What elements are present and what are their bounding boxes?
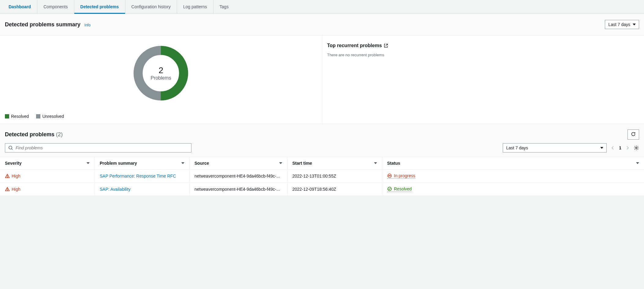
table-row: High SAP: Availability netweavercomponen… (0, 183, 644, 196)
filter-icon[interactable] (181, 162, 184, 164)
legend-resolved: Resolved (5, 114, 29, 119)
table-header: Severity Problem summary Source Start ti… (0, 157, 644, 170)
table-row: High SAP Performance: Response Time RFC … (0, 170, 644, 183)
time-range-label: Last 7 days (608, 22, 630, 27)
legend-swatch-unresolved (36, 114, 40, 118)
tab-tags[interactable]: Tags (213, 0, 235, 13)
col-header-summary[interactable]: Problem summary (95, 157, 190, 169)
col-header-status[interactable]: Status (382, 157, 644, 169)
cell-start: 2022-12-09T18:56:40Z (287, 183, 382, 195)
svg-point-6 (389, 175, 389, 176)
chart-legend: Resolved Unresolved (5, 114, 317, 119)
filter-icon[interactable] (636, 162, 639, 164)
severity-badge: High (5, 174, 20, 178)
cell-start: 2022-12-13T01:00:55Z (287, 170, 382, 182)
chevron-down-icon (600, 147, 603, 149)
legend-resolved-label: Resolved (11, 114, 29, 119)
legend-unresolved: Unresolved (36, 114, 64, 119)
cell-summary: SAP Performance: Response Time RFC (95, 170, 190, 182)
problem-summary-link[interactable]: SAP Performance: Response Time RFC (100, 174, 176, 178)
donut-center: 2 Problems (132, 45, 189, 102)
tab-log-patterns[interactable]: Log patterns (177, 0, 213, 13)
donut-label: Problems (150, 75, 171, 81)
svg-point-8 (390, 175, 391, 176)
prev-page-icon[interactable] (610, 145, 615, 150)
problem-summary-link[interactable]: SAP: Availability (100, 187, 131, 192)
svg-point-9 (7, 190, 7, 190)
page-number: 1 (619, 145, 621, 150)
col-header-severity-text: Severity (5, 161, 21, 166)
donut-pane: 2 Problems Resolved Unresolved (0, 36, 322, 124)
filter-icon[interactable] (374, 162, 377, 164)
pager: 1 (610, 145, 630, 150)
cell-source: netweavercomponent-HE4-9da46bcb-f49c-... (190, 183, 287, 195)
status-badge: Resolved (387, 186, 412, 192)
top-recurrent-empty: There are no recurrent problems (327, 53, 639, 57)
legend-unresolved-label: Unresolved (42, 114, 64, 119)
start-time-text: 2022-12-13T01:00:55Z (292, 174, 336, 178)
refresh-icon (631, 132, 636, 137)
severity-text: High (12, 187, 20, 192)
start-time-text: 2022-12-09T18:56:40Z (292, 187, 336, 192)
legend-swatch-resolved (5, 114, 9, 118)
tab-configuration-history[interactable]: Configuration history (125, 0, 177, 13)
svg-point-2 (9, 146, 12, 149)
tab-components[interactable]: Components (37, 0, 74, 13)
tab-dashboard[interactable]: Dashboard (2, 0, 37, 13)
col-header-status-text: Status (387, 161, 400, 166)
settings-icon[interactable] (634, 145, 639, 151)
problems-title: Detected problems (2) (5, 131, 63, 138)
col-header-summary-text: Problem summary (100, 161, 137, 166)
filter-icon[interactable] (279, 162, 282, 164)
summary-header: Detected problems summary Info Last 7 da… (0, 14, 644, 36)
problems-title-text: Detected problems (5, 131, 54, 137)
external-link-icon[interactable] (384, 43, 388, 48)
cell-status: Resolved (382, 183, 644, 196)
problems-header: Detected problems (2) (0, 124, 644, 143)
summary-content: 2 Problems Resolved Unresolved Top recur… (0, 36, 644, 124)
donut-wrap: 2 Problems (5, 45, 317, 102)
donut-count: 2 (158, 66, 163, 75)
source-text: netweavercomponent-HE4-9da46bcb-f49c-... (194, 187, 280, 192)
filter-icon[interactable] (87, 162, 90, 164)
status-badge: In progress (387, 173, 415, 179)
svg-point-7 (389, 175, 390, 176)
search-icon (8, 145, 13, 150)
next-page-icon[interactable] (625, 145, 630, 150)
page-title: Detected problems summary Info (5, 21, 91, 28)
col-header-source-text: Source (194, 161, 209, 166)
tab-bar: Dashboard Components Detected problems C… (0, 0, 644, 14)
search-box[interactable] (5, 143, 191, 152)
time-range-selector[interactable]: Last 7 days (605, 20, 639, 29)
col-header-start-text: Start time (292, 161, 312, 166)
problems-donut-chart: 2 Problems (132, 45, 189, 102)
problems-controls: Last 7 days 1 (0, 143, 644, 157)
severity-text: High (12, 174, 20, 178)
refresh-button[interactable] (627, 129, 639, 140)
tab-detected-problems[interactable]: Detected problems (74, 0, 125, 13)
status-icon (387, 173, 392, 178)
search-input[interactable] (16, 145, 188, 150)
svg-point-3 (636, 147, 637, 149)
filter-range-label: Last 7 days (506, 145, 528, 150)
col-header-source[interactable]: Source (190, 157, 287, 169)
filter-range-select[interactable]: Last 7 days (503, 143, 607, 152)
col-header-start[interactable]: Start time (287, 157, 382, 169)
source-text: netweavercomponent-HE4-9da46bcb-f49c-... (194, 174, 280, 178)
cell-status: In progress (382, 170, 644, 182)
warning-icon (5, 187, 10, 192)
top-recurrent-title-text: Top recurrent problems (327, 43, 382, 48)
severity-badge: High (5, 187, 20, 192)
summary-title-text: Detected problems summary (5, 21, 80, 28)
problems-count: (2) (56, 131, 63, 137)
status-text: Resolved (394, 186, 412, 191)
cell-severity: High (0, 170, 95, 182)
problems-table: Severity Problem summary Source Start ti… (0, 157, 644, 196)
col-header-severity[interactable]: Severity (0, 157, 95, 169)
info-link[interactable]: Info (84, 23, 91, 27)
top-recurrent-title: Top recurrent problems (327, 43, 639, 48)
status-icon (387, 186, 392, 191)
status-text: In progress (394, 173, 415, 178)
top-recurrent-pane: Top recurrent problems There are no recu… (322, 36, 644, 124)
chevron-down-icon (633, 24, 636, 25)
